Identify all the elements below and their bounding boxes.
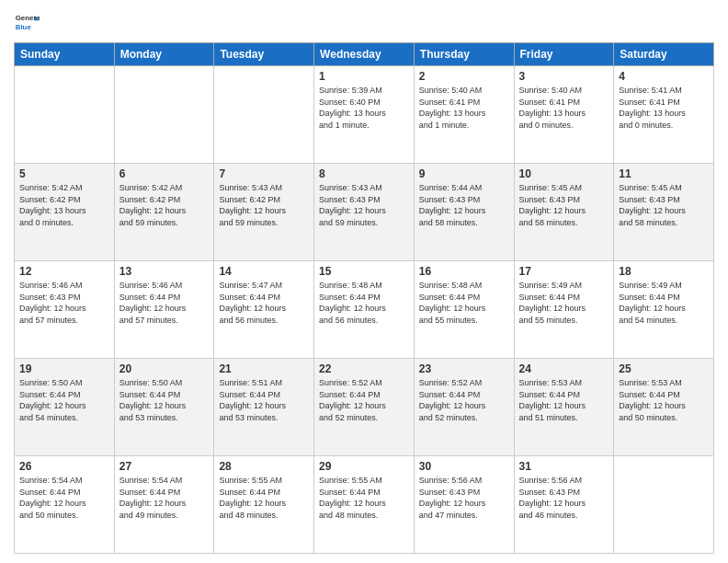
day-info: Sunrise: 5:43 AM Sunset: 6:42 PM Dayligh… — [219, 182, 309, 228]
day-info: Sunrise: 5:55 AM Sunset: 6:44 PM Dayligh… — [219, 475, 309, 521]
svg-text:Blue: Blue — [16, 23, 32, 31]
calendar-header-friday: Friday — [514, 43, 614, 66]
calendar-cell: 18Sunrise: 5:49 AM Sunset: 6:44 PM Dayli… — [614, 261, 714, 359]
day-info: Sunrise: 5:48 AM Sunset: 6:44 PM Dayligh… — [319, 280, 409, 326]
calendar-header-sunday: Sunday — [15, 43, 115, 66]
calendar-cell: 16Sunrise: 5:48 AM Sunset: 6:44 PM Dayli… — [414, 261, 514, 359]
day-number: 18 — [619, 265, 709, 278]
calendar-cell: 4Sunrise: 5:41 AM Sunset: 6:41 PM Daylig… — [614, 66, 714, 164]
day-number: 31 — [519, 460, 609, 473]
day-number: 17 — [519, 265, 609, 278]
calendar-cell: 19Sunrise: 5:50 AM Sunset: 6:44 PM Dayli… — [15, 359, 115, 456]
calendar-cell: 9Sunrise: 5:44 AM Sunset: 6:43 PM Daylig… — [414, 164, 514, 261]
calendar-week-row: 19Sunrise: 5:50 AM Sunset: 6:44 PM Dayli… — [15, 359, 714, 456]
day-info: Sunrise: 5:43 AM Sunset: 6:43 PM Dayligh… — [319, 182, 409, 228]
calendar-cell: 21Sunrise: 5:51 AM Sunset: 6:44 PM Dayli… — [214, 359, 314, 456]
logo: General Blue — [14, 9, 43, 35]
calendar-cell — [614, 456, 714, 554]
day-number: 4 — [619, 70, 709, 83]
day-info: Sunrise: 5:53 AM Sunset: 6:44 PM Dayligh… — [619, 377, 709, 423]
calendar-cell: 13Sunrise: 5:46 AM Sunset: 6:44 PM Dayli… — [114, 261, 214, 359]
day-info: Sunrise: 5:50 AM Sunset: 6:44 PM Dayligh… — [119, 377, 210, 423]
day-number: 11 — [619, 167, 709, 180]
calendar-cell: 12Sunrise: 5:46 AM Sunset: 6:43 PM Dayli… — [15, 261, 115, 359]
day-number: 22 — [319, 362, 409, 375]
calendar-week-row: 5Sunrise: 5:42 AM Sunset: 6:42 PM Daylig… — [15, 164, 714, 261]
day-number: 28 — [219, 460, 309, 473]
day-info: Sunrise: 5:52 AM Sunset: 6:44 PM Dayligh… — [319, 377, 409, 423]
calendar-cell: 17Sunrise: 5:49 AM Sunset: 6:44 PM Dayli… — [514, 261, 614, 359]
day-info: Sunrise: 5:49 AM Sunset: 6:44 PM Dayligh… — [619, 280, 709, 326]
day-info: Sunrise: 5:48 AM Sunset: 6:44 PM Dayligh… — [419, 280, 509, 326]
calendar-header-thursday: Thursday — [414, 43, 514, 66]
calendar-header-tuesday: Tuesday — [214, 43, 314, 66]
day-number: 15 — [319, 265, 409, 278]
day-info: Sunrise: 5:40 AM Sunset: 6:41 PM Dayligh… — [519, 85, 609, 131]
day-number: 5 — [19, 167, 109, 180]
calendar-cell: 23Sunrise: 5:52 AM Sunset: 6:44 PM Dayli… — [414, 359, 514, 456]
calendar-cell: 31Sunrise: 5:56 AM Sunset: 6:43 PM Dayli… — [514, 456, 614, 554]
calendar-cell: 24Sunrise: 5:53 AM Sunset: 6:44 PM Dayli… — [514, 359, 614, 456]
day-info: Sunrise: 5:54 AM Sunset: 6:44 PM Dayligh… — [19, 475, 109, 521]
day-info: Sunrise: 5:41 AM Sunset: 6:41 PM Dayligh… — [619, 85, 709, 131]
calendar-header-monday: Monday — [114, 43, 214, 66]
calendar-cell: 20Sunrise: 5:50 AM Sunset: 6:44 PM Dayli… — [114, 359, 214, 456]
calendar-header-wednesday: Wednesday — [314, 43, 415, 66]
day-info: Sunrise: 5:42 AM Sunset: 6:42 PM Dayligh… — [119, 182, 210, 228]
calendar-cell: 8Sunrise: 5:43 AM Sunset: 6:43 PM Daylig… — [314, 164, 415, 261]
day-info: Sunrise: 5:47 AM Sunset: 6:44 PM Dayligh… — [219, 280, 309, 326]
page: General Blue SundayMondayTuesdayWednesda… — [0, 0, 728, 563]
day-info: Sunrise: 5:56 AM Sunset: 6:43 PM Dayligh… — [419, 475, 509, 521]
day-number: 21 — [219, 362, 309, 375]
day-number: 9 — [419, 167, 509, 180]
day-number: 3 — [519, 70, 609, 83]
day-number: 19 — [19, 362, 109, 375]
calendar-cell: 10Sunrise: 5:45 AM Sunset: 6:43 PM Dayli… — [514, 164, 614, 261]
calendar-week-row: 12Sunrise: 5:46 AM Sunset: 6:43 PM Dayli… — [15, 261, 714, 359]
calendar-cell — [15, 66, 115, 164]
calendar-week-row: 1Sunrise: 5:39 AM Sunset: 6:40 PM Daylig… — [15, 66, 714, 164]
day-info: Sunrise: 5:52 AM Sunset: 6:44 PM Dayligh… — [419, 377, 509, 423]
calendar-header-row: SundayMondayTuesdayWednesdayThursdayFrid… — [15, 43, 714, 66]
day-number: 12 — [19, 265, 109, 278]
calendar-cell — [214, 66, 314, 164]
header: General Blue — [14, 9, 714, 35]
calendar-cell: 15Sunrise: 5:48 AM Sunset: 6:44 PM Dayli… — [314, 261, 415, 359]
calendar-cell: 1Sunrise: 5:39 AM Sunset: 6:40 PM Daylig… — [314, 66, 415, 164]
day-number: 8 — [319, 167, 409, 180]
day-info: Sunrise: 5:56 AM Sunset: 6:43 PM Dayligh… — [519, 475, 609, 521]
calendar-cell: 2Sunrise: 5:40 AM Sunset: 6:41 PM Daylig… — [414, 66, 514, 164]
day-info: Sunrise: 5:46 AM Sunset: 6:44 PM Dayligh… — [119, 280, 210, 326]
day-number: 10 — [519, 167, 609, 180]
day-info: Sunrise: 5:44 AM Sunset: 6:43 PM Dayligh… — [419, 182, 509, 228]
day-number: 25 — [619, 362, 709, 375]
day-number: 30 — [419, 460, 509, 473]
day-number: 14 — [219, 265, 309, 278]
day-info: Sunrise: 5:53 AM Sunset: 6:44 PM Dayligh… — [519, 377, 609, 423]
calendar-cell: 28Sunrise: 5:55 AM Sunset: 6:44 PM Dayli… — [214, 456, 314, 554]
calendar-cell: 5Sunrise: 5:42 AM Sunset: 6:42 PM Daylig… — [15, 164, 115, 261]
day-number: 26 — [19, 460, 109, 473]
day-info: Sunrise: 5:42 AM Sunset: 6:42 PM Dayligh… — [19, 182, 109, 228]
day-info: Sunrise: 5:39 AM Sunset: 6:40 PM Dayligh… — [319, 85, 409, 131]
day-info: Sunrise: 5:45 AM Sunset: 6:43 PM Dayligh… — [519, 182, 609, 228]
calendar-cell: 25Sunrise: 5:53 AM Sunset: 6:44 PM Dayli… — [614, 359, 714, 456]
day-number: 24 — [519, 362, 609, 375]
day-number: 27 — [119, 460, 210, 473]
day-info: Sunrise: 5:50 AM Sunset: 6:44 PM Dayligh… — [19, 377, 109, 423]
calendar-cell: 22Sunrise: 5:52 AM Sunset: 6:44 PM Dayli… — [314, 359, 415, 456]
day-info: Sunrise: 5:45 AM Sunset: 6:43 PM Dayligh… — [619, 182, 709, 228]
day-number: 29 — [319, 460, 409, 473]
calendar-cell: 27Sunrise: 5:54 AM Sunset: 6:44 PM Dayli… — [114, 456, 214, 554]
calendar-cell: 26Sunrise: 5:54 AM Sunset: 6:44 PM Dayli… — [15, 456, 115, 554]
logo-icon: General Blue — [14, 9, 40, 35]
day-info: Sunrise: 5:40 AM Sunset: 6:41 PM Dayligh… — [419, 85, 509, 131]
day-info: Sunrise: 5:54 AM Sunset: 6:44 PM Dayligh… — [119, 475, 210, 521]
day-number: 2 — [419, 70, 509, 83]
calendar-cell — [114, 66, 214, 164]
calendar-cell: 11Sunrise: 5:45 AM Sunset: 6:43 PM Dayli… — [614, 164, 714, 261]
day-info: Sunrise: 5:51 AM Sunset: 6:44 PM Dayligh… — [219, 377, 309, 423]
calendar-table: SundayMondayTuesdayWednesdayThursdayFrid… — [14, 42, 714, 554]
day-number: 13 — [119, 265, 210, 278]
day-number: 23 — [419, 362, 509, 375]
